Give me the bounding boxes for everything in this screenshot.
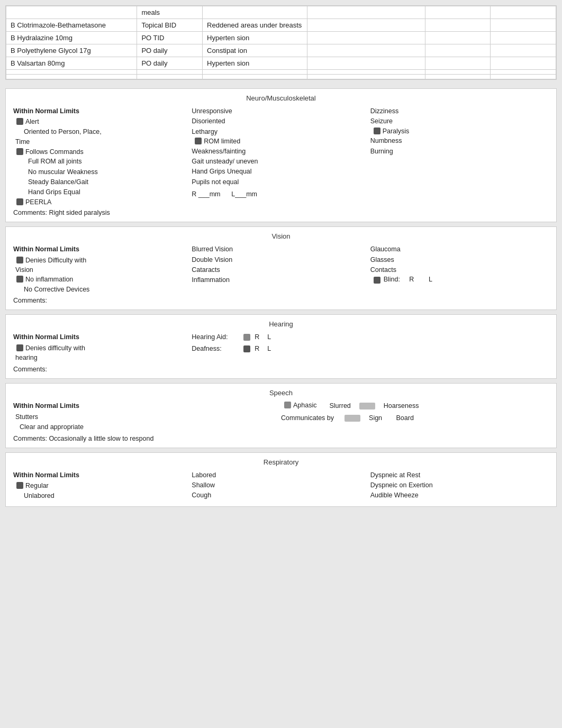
med-cell	[307, 70, 425, 75]
hearing-body: Within Normal Limits Denies difficulty w…	[13, 332, 549, 363]
checkbox-vision-denies	[16, 257, 23, 263]
med-cell: Topical BID	[137, 19, 203, 32]
med-cell: Hyperten sion	[203, 57, 307, 70]
vision-section: Vision Within Normal Limits Denies Diffi…	[5, 226, 557, 310]
med-cell	[491, 32, 556, 44]
vision-col3: Glaucoma Glasses Contacts Blind: R L	[370, 244, 549, 285]
hearing-col2: Hearing Aid: R L Deafness: R L	[192, 332, 370, 354]
med-cell	[425, 32, 491, 44]
med-cell	[425, 44, 491, 57]
deafness-row: Deafness: R L	[192, 344, 370, 354]
checkbox-alert	[16, 118, 23, 125]
med-cell: PO daily	[137, 57, 203, 70]
med-cell	[491, 6, 556, 19]
med-cell	[6, 70, 137, 75]
med-cell	[491, 75, 556, 79]
hearing-title: Hearing	[13, 320, 549, 328]
med-cell	[307, 19, 425, 32]
respiratory-col3: Dyspneic at Rest Dyspneic on Exertion Au…	[370, 470, 549, 501]
vision-comments: Comments:	[13, 297, 549, 304]
vision-body: Within Normal Limits Denies Difficulty w…	[13, 244, 549, 295]
speech-aphasic: Aphasic	[281, 401, 316, 411]
med-cell	[491, 70, 556, 75]
respiratory-col1-label: Within Normal Limits	[13, 470, 192, 480]
med-cell	[203, 70, 307, 75]
med-cell: PO daily	[137, 44, 203, 57]
med-cell	[6, 75, 137, 79]
checkbox-hearing-aid-r	[243, 334, 250, 341]
med-cell: PO TID	[137, 32, 203, 44]
med-cell: B Hydralazine 10mg	[6, 32, 137, 44]
med-cell	[491, 44, 556, 57]
hearing-comments: Comments:	[13, 366, 549, 373]
med-cell: Hyperten sion	[203, 32, 307, 44]
med-cell	[137, 75, 203, 79]
checkbox-hearing-denies	[16, 344, 23, 351]
checkbox-peerla	[16, 198, 23, 205]
vision-col1: Within Normal Limits Denies Difficulty w…	[13, 244, 192, 295]
respiratory-col1: Within Normal Limits Regular Unlabored	[13, 470, 192, 501]
checkbox-communicates	[345, 415, 360, 422]
med-cell: Reddened areas under breasts	[203, 19, 307, 32]
checkbox-follows	[16, 148, 23, 155]
speech-col2: Aphasic Slurred Hoarseness Communicates …	[281, 401, 549, 424]
med-cell: Constipat ion	[203, 44, 307, 57]
med-cell	[203, 75, 307, 79]
checkbox-vision-no-inflammation	[16, 276, 23, 283]
vision-col2: Blurred Vision Double Vision Cataracts I…	[192, 244, 370, 286]
speech-body: Within Normal Limits Stutters Clear and …	[13, 401, 549, 433]
checkbox-respiratory-regular	[16, 482, 23, 489]
med-cell	[6, 6, 137, 19]
speech-col1-label: Within Normal Limits	[13, 401, 281, 411]
speech-items-row: Aphasic Slurred Hoarseness	[281, 401, 549, 411]
neuro-body: Within Normal Limits Alert Oriented to P…	[13, 106, 549, 207]
med-cell	[491, 57, 556, 70]
checkbox-slurred	[359, 403, 375, 410]
medications-table: mealsB Clotrimazole-BethametasoneTopical…	[6, 6, 556, 79]
hearing-denies: Denies difficulty with	[13, 344, 192, 353]
respiratory-section: Respiratory Within Normal Limits Regular…	[5, 452, 557, 507]
hearing-col1: Within Normal Limits Denies difficulty w…	[13, 332, 192, 363]
vision-denies: Denies Difficulty with	[13, 256, 192, 266]
speech-comments: Comments: Occasionally a little slow to …	[13, 435, 549, 442]
neuro-item-alert: Alert	[13, 117, 192, 127]
vision-col1-label: Within Normal Limits	[13, 244, 192, 254]
med-cell	[491, 19, 556, 32]
communicates-row: Communicates by Sign Board	[281, 413, 549, 423]
neuro-section: Neuro/Musculoskeletal Within Normal Limi…	[5, 88, 557, 222]
med-cell	[425, 6, 491, 19]
speech-col1: Within Normal Limits Stutters Clear and …	[13, 401, 281, 433]
checkbox-vision-blind	[374, 277, 380, 284]
neuro-col1: Within Normal Limits Alert Oriented to P…	[13, 106, 192, 207]
med-cell: B Clotrimazole-Bethametasone	[6, 19, 137, 32]
neuro-paralysis: Paralysis	[370, 127, 549, 136]
medications-section: mealsB Clotrimazole-BethametasoneTopical…	[5, 5, 557, 80]
neuro-item-follows: Follows Commands	[13, 148, 192, 157]
med-cell	[203, 6, 307, 19]
neuro-col1-label: Within Normal Limits	[13, 106, 192, 116]
respiratory-body: Within Normal Limits Regular Unlabored L…	[13, 470, 549, 501]
hearing-section: Hearing Within Normal Limits Denies diff…	[5, 314, 557, 378]
neuro-rom-limited: ROM limited	[192, 137, 370, 147]
med-cell	[307, 32, 425, 44]
med-cell	[425, 75, 491, 79]
vision-blind: Blind: R L	[370, 275, 549, 285]
med-cell	[425, 70, 491, 75]
speech-section: Speech Within Normal Limits Stutters Cle…	[5, 383, 557, 448]
checkbox-paralysis	[374, 128, 380, 134]
neuro-title: Neuro/Musculoskeletal	[13, 94, 549, 102]
checkbox-aphasic	[284, 402, 291, 408]
med-cell	[307, 44, 425, 57]
checkbox-rom-limited	[195, 138, 202, 144]
med-cell	[307, 75, 425, 79]
checkbox-deafness-r	[243, 345, 250, 352]
med-cell: meals	[137, 6, 203, 19]
hearing-col1-label: Within Normal Limits	[13, 332, 192, 342]
med-cell: B Valsartan 80mg	[6, 57, 137, 70]
med-cell	[425, 57, 491, 70]
med-cell	[137, 70, 203, 75]
hearing-aid-row: Hearing Aid: R L	[192, 332, 370, 342]
respiratory-col2: Labored Shallow Cough	[192, 470, 370, 501]
med-cell: B Polyethylene Glycol 17g	[6, 44, 137, 57]
respiratory-title: Respiratory	[13, 458, 549, 466]
